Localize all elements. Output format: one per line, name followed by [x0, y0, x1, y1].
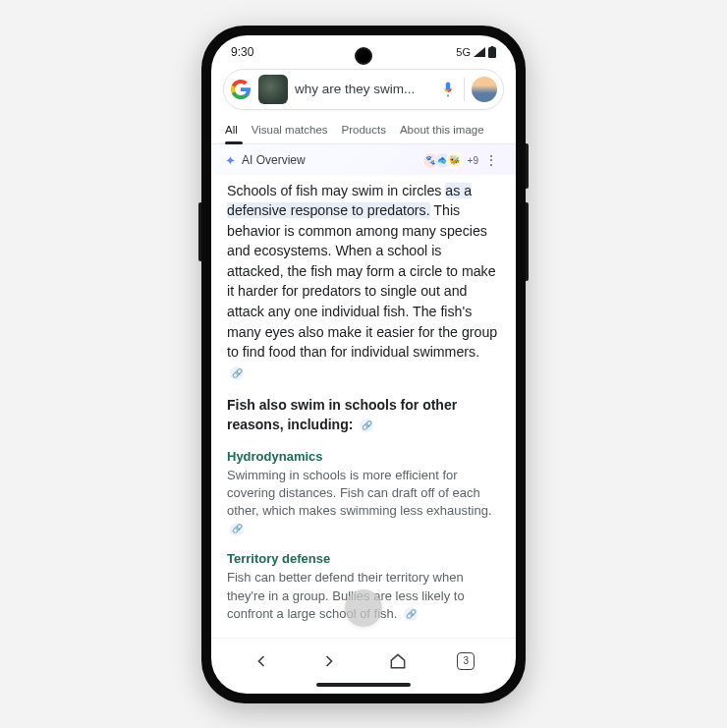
status-icons: 5G — [456, 46, 496, 58]
svg-rect-0 — [488, 47, 496, 58]
home-indicator[interactable] — [316, 683, 411, 687]
camera-cutout — [355, 47, 372, 65]
forward-button[interactable] — [316, 648, 342, 674]
section-body-text: Swimming in schools is more efficient fo… — [227, 468, 492, 518]
search-image-thumbnail[interactable] — [258, 75, 288, 104]
side-button — [198, 202, 201, 261]
section-title-hydrodynamics: Hydrodynamics — [227, 449, 500, 464]
tab-about-image[interactable]: About this image — [400, 118, 484, 143]
citation-icon[interactable]: 🔗 — [360, 419, 373, 432]
separator — [464, 78, 465, 101]
clock: 9:30 — [231, 45, 253, 59]
ai-overview-title: AI Overview — [242, 153, 306, 167]
tab-count: 3 — [463, 655, 469, 666]
mic-icon[interactable] — [439, 81, 457, 98]
sparkle-icon: ✦ — [225, 153, 236, 168]
screen: 9:30 5G why are they swim... — [211, 35, 516, 694]
signal-icon — [474, 47, 485, 57]
source-extra-count[interactable]: +9 — [468, 155, 478, 166]
network-label: 5G — [456, 46, 471, 58]
overview-paragraph: Schools of fish may swim in circles as a… — [227, 181, 500, 383]
section-body-hydrodynamics: Swimming in schools is more efficient fo… — [227, 467, 500, 538]
ai-overview-header: ✦ AI Overview 🐾 🐟 🐝 +9 ⋮ — [211, 144, 516, 175]
citation-icon[interactable]: 🔗 — [404, 607, 418, 621]
phone-frame: 9:30 5G why are they swim... — [201, 26, 526, 703]
tab-all[interactable]: All — [225, 118, 238, 143]
citation-icon[interactable]: 🔗 — [230, 366, 244, 380]
power-button — [526, 143, 529, 189]
more-menu-icon[interactable]: ⋮ — [480, 152, 502, 168]
paragraph-post: This behavior is common among many speci… — [227, 202, 497, 360]
section-title-cutoff: Finding mates — [227, 637, 500, 638]
tab-visual-matches[interactable]: Visual matches — [252, 118, 328, 143]
paragraph-pre: Schools of fish may swim in circles — [227, 183, 445, 198]
tabs-button[interactable]: 3 — [453, 648, 478, 674]
google-logo-icon — [230, 79, 252, 100]
svg-rect-1 — [491, 46, 494, 48]
tab-products[interactable]: Products — [342, 118, 386, 143]
home-button[interactable] — [385, 648, 411, 674]
account-avatar[interactable] — [472, 77, 497, 102]
back-button[interactable] — [249, 648, 274, 674]
section-title-territory: Territory defense — [227, 551, 500, 566]
overview-subheading: Fish also swim in schools for other reas… — [227, 396, 500, 434]
citation-icon[interactable]: 🔗 — [230, 523, 244, 536]
source-pills[interactable]: 🐾 🐟 🐝 — [427, 152, 463, 169]
bottom-nav: 3 — [211, 638, 516, 678]
battery-icon — [488, 46, 496, 58]
source-pill-3[interactable]: 🐝 — [446, 152, 463, 169]
ai-overview-content: Schools of fish may swim in circles as a… — [211, 175, 516, 638]
search-query-text[interactable]: why are they swim... — [295, 82, 432, 96]
subheading-text: Fish also swim in schools for other reas… — [227, 397, 457, 432]
touch-indicator — [345, 589, 382, 627]
volume-button — [526, 202, 529, 281]
result-tabs: All Visual matches Products About this i… — [211, 118, 516, 144]
search-bar[interactable]: why are they swim... — [223, 69, 504, 110]
